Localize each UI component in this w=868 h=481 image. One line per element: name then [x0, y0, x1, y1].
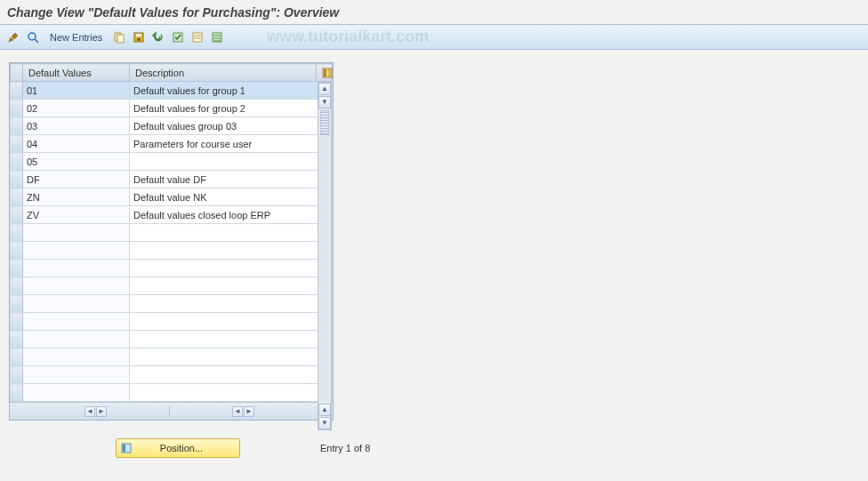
default-value-cell[interactable] — [23, 277, 130, 295]
details-icon[interactable] — [25, 29, 41, 45]
table-row[interactable] — [11, 331, 333, 349]
default-value-cell[interactable]: ZN — [23, 188, 130, 206]
row-selector[interactable] — [11, 384, 23, 402]
toggle-change-icon[interactable] — [5, 29, 21, 45]
description-cell[interactable]: Parameters for course user — [130, 135, 333, 153]
scroll-grip-icon[interactable] — [320, 110, 329, 135]
hscroll-left-button-2[interactable]: ◄ — [232, 406, 243, 417]
table-row[interactable] — [11, 295, 333, 313]
copy-icon[interactable] — [111, 29, 127, 45]
description-cell[interactable] — [130, 384, 333, 402]
table-row[interactable] — [11, 384, 333, 402]
svg-rect-17 — [328, 69, 331, 76]
default-value-cell[interactable] — [23, 224, 130, 242]
table-row[interactable]: 04Parameters for course user — [11, 135, 333, 153]
default-value-cell[interactable] — [23, 313, 130, 331]
hscroll-right-button-2[interactable]: ► — [244, 406, 254, 417]
description-cell[interactable] — [130, 295, 333, 313]
row-selector[interactable] — [11, 153, 23, 171]
default-value-cell[interactable]: 01 — [23, 82, 130, 100]
description-cell[interactable] — [130, 349, 333, 366]
default-value-cell[interactable]: 02 — [23, 100, 130, 117]
save-icon[interactable] — [131, 29, 147, 45]
delimit-icon[interactable] — [209, 29, 225, 45]
scroll-up-button[interactable]: ▲ — [318, 83, 331, 95]
horizontal-scroll-row: ◄ ► ◄ ► — [10, 402, 333, 420]
description-cell[interactable]: Default values for group 1 — [130, 82, 333, 100]
table-row[interactable]: 05 — [11, 153, 333, 171]
description-cell[interactable] — [130, 153, 333, 171]
default-value-cell[interactable] — [23, 384, 130, 402]
description-cell[interactable] — [130, 277, 333, 295]
default-value-cell[interactable]: 04 — [23, 135, 130, 153]
table-row[interactable] — [11, 277, 333, 295]
default-value-cell[interactable]: ZV — [23, 206, 130, 224]
row-selector[interactable] — [11, 135, 23, 153]
description-cell[interactable]: Default value DF — [130, 171, 333, 188]
table-row[interactable] — [11, 260, 333, 277]
svg-rect-6 — [137, 38, 141, 41]
row-selector[interactable] — [11, 242, 23, 260]
default-value-cell[interactable] — [23, 260, 130, 277]
row-selector[interactable] — [11, 224, 23, 242]
row-selector[interactable] — [11, 82, 23, 100]
default-value-cell[interactable] — [23, 295, 130, 313]
scroll-up-bottom-button[interactable]: ▲ — [318, 404, 331, 416]
default-value-cell[interactable]: DF — [23, 171, 130, 188]
table-frame: Default Values Description 01Default val… — [9, 62, 334, 421]
table-row[interactable]: 01Default values for group 1 — [11, 82, 333, 100]
row-selector[interactable] — [11, 331, 23, 349]
position-button[interactable]: Position... — [116, 438, 240, 458]
table-row[interactable] — [11, 366, 333, 384]
row-selector[interactable] — [11, 295, 23, 313]
description-cell[interactable]: Default values closed loop ERP — [130, 206, 333, 224]
description-cell[interactable] — [130, 242, 333, 260]
table-row[interactable]: DFDefault value DF — [11, 171, 333, 188]
default-value-cell[interactable] — [23, 242, 130, 260]
row-selector[interactable] — [11, 313, 23, 331]
row-selector[interactable] — [11, 188, 23, 206]
table-row[interactable] — [11, 313, 333, 331]
description-cell[interactable]: Default value NK — [130, 188, 333, 206]
select-all-icon[interactable] — [170, 29, 186, 45]
hscroll-right-button[interactable]: ► — [96, 406, 107, 417]
deselect-all-icon[interactable] — [189, 29, 205, 45]
table-row[interactable] — [11, 349, 333, 366]
configure-columns-icon[interactable] — [317, 64, 333, 82]
default-value-cell[interactable] — [23, 349, 130, 366]
description-cell[interactable]: Default values group 03 — [130, 117, 333, 135]
table-row[interactable]: ZNDefault value NK — [11, 188, 333, 206]
scroll-down-bottom-button[interactable]: ▼ — [318, 417, 331, 429]
description-cell[interactable] — [130, 331, 333, 349]
new-entries-button[interactable]: New Entries — [44, 30, 108, 44]
description-cell[interactable] — [130, 260, 333, 277]
default-value-cell[interactable]: 03 — [23, 117, 130, 135]
scroll-down-button[interactable]: ▼ — [318, 96, 331, 108]
undo-icon[interactable] — [150, 29, 166, 45]
row-selector[interactable] — [11, 277, 23, 295]
table-row[interactable] — [11, 242, 333, 260]
row-selector[interactable] — [11, 349, 23, 366]
row-selector[interactable] — [11, 206, 23, 224]
default-value-cell[interactable] — [23, 366, 130, 384]
col-header-default-values[interactable]: Default Values — [23, 64, 130, 82]
description-cell[interactable]: Default values for group 2 — [130, 100, 333, 117]
description-cell[interactable] — [130, 366, 333, 384]
row-selector[interactable] — [11, 117, 23, 135]
description-cell[interactable] — [130, 224, 333, 242]
table-row[interactable] — [11, 224, 333, 242]
description-cell[interactable] — [130, 313, 333, 331]
row-selector[interactable] — [11, 100, 23, 117]
default-value-cell[interactable] — [23, 331, 130, 349]
row-selector[interactable] — [11, 366, 23, 384]
table-row[interactable]: 03Default values group 03 — [11, 117, 333, 135]
table-row[interactable]: ZVDefault values closed loop ERP — [11, 206, 333, 224]
svg-line-1 — [35, 39, 38, 43]
svg-rect-3 — [117, 35, 124, 43]
table-row[interactable]: 02Default values for group 2 — [11, 100, 333, 117]
row-selector[interactable] — [11, 260, 23, 277]
hscroll-left-button[interactable]: ◄ — [84, 406, 95, 417]
col-header-description[interactable]: Description — [130, 64, 317, 82]
row-selector[interactable] — [11, 171, 23, 188]
default-value-cell[interactable]: 05 — [23, 153, 130, 171]
